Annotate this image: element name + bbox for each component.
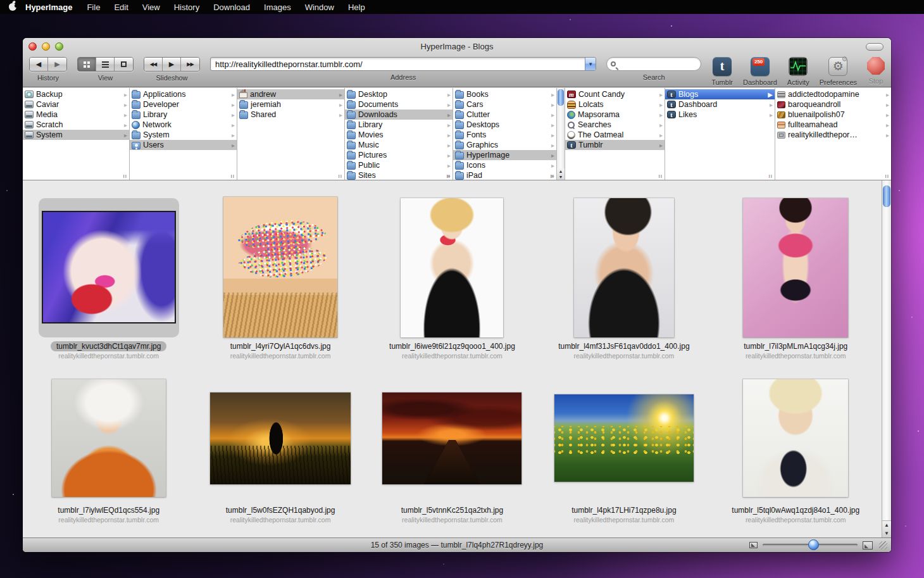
column-item-music[interactable]: Music▸ — [345, 140, 453, 150]
menu-file[interactable]: File — [80, 3, 107, 12]
column-item-jeremiah[interactable]: jeremiah▸ — [237, 99, 344, 110]
thumbnail-photo[interactable] — [382, 393, 521, 484]
image-cell[interactable]: tumblr_kvuct3dhCt1qav7mr.jpgrealitykille… — [23, 185, 194, 360]
column-item-hyperimage[interactable]: HyperImage▸ — [453, 150, 556, 160]
column-item-desktops[interactable]: Desktops▸ — [453, 120, 556, 130]
menu-window[interactable]: Window — [298, 3, 341, 12]
menu-edit[interactable]: Edit — [107, 3, 135, 12]
thumbnail-photo[interactable] — [52, 379, 166, 497]
dashboard-button[interactable]: 250 — [751, 57, 770, 76]
thumbnail-photo[interactable] — [401, 198, 503, 337]
thumbnail-photo[interactable] — [743, 198, 848, 337]
menu-images[interactable]: Images — [257, 3, 298, 12]
thumbnail-photo[interactable] — [574, 198, 674, 337]
column-resize-handle[interactable]: II — [885, 173, 889, 179]
column-item-public[interactable]: Public▸ — [345, 160, 453, 170]
column-item-developer[interactable]: Developer▸ — [130, 99, 237, 110]
tumblr-button[interactable]: t — [713, 57, 732, 76]
slideshow-next-button[interactable]: ▶▶ — [181, 58, 199, 71]
column-resize-handle[interactable]: II — [769, 173, 773, 179]
column-item-pictures[interactable]: Pictures▸ — [345, 150, 453, 160]
column-item-dashboard[interactable]: Dashboard▸ — [665, 99, 775, 110]
column-item-downloads[interactable]: Downloads▸ — [345, 110, 453, 120]
column-item-addictedtodopamine[interactable]: addictedtodopamine▸ — [775, 89, 891, 99]
title-bar[interactable]: HyperImage - Blogs — [23, 38, 891, 54]
column-item-andrew[interactable]: andrew▸ — [237, 89, 344, 99]
image-cell[interactable]: tumblr_l4mf31JsF61qav0ddo1_400.jpgrealit… — [538, 185, 709, 360]
image-cell[interactable]: tumblr_l5tql0wAwq1qzdj84o1_400.jpgrealit… — [710, 375, 882, 524]
column-item-mapsorama[interactable]: Mapsorama▸ — [565, 110, 665, 120]
image-cell[interactable]: tumblr_l4yri7OylA1qc6dvs.jpgrealitykille… — [194, 185, 366, 360]
column-item-books[interactable]: Books▸ — [453, 89, 556, 99]
address-dropdown-button[interactable]: ▼ — [585, 58, 596, 70]
menu-view[interactable]: View — [135, 3, 167, 12]
view-single-button[interactable] — [115, 58, 133, 71]
column-item-ipad[interactable]: iPad▸ — [453, 170, 556, 180]
image-cell[interactable]: tumblr_l6iwe9t6l21qz9qooo1_400.jpgrealit… — [366, 185, 538, 360]
column-item-system[interactable]: System▸ — [130, 130, 237, 140]
column-item-movies[interactable]: Movies▸ — [345, 130, 453, 140]
column-item-blogs[interactable]: Blogs▶ — [665, 89, 775, 99]
column-item-library[interactable]: Library▸ — [345, 120, 453, 130]
scrollbar-arrows[interactable]: ▲▼ — [557, 168, 565, 180]
search-input[interactable] — [616, 60, 701, 68]
thumbnail-size-slider[interactable] — [763, 544, 858, 546]
column-item-fullteamahead[interactable]: fullteamahead▸ — [775, 120, 891, 130]
menu-help[interactable]: Help — [341, 3, 372, 12]
image-cell[interactable]: tumblr_l5w0fsEZQH1qabyod.jpgrealitykille… — [194, 375, 366, 524]
scrollbar-thumb[interactable] — [883, 185, 890, 207]
grid-scrollbar[interactable]: ▲▼ — [882, 180, 891, 537]
view-grid-button[interactable] — [78, 58, 96, 71]
thumbnail-photo[interactable] — [223, 197, 337, 337]
menu-history[interactable]: History — [167, 3, 206, 12]
column-resize-handle[interactable]: II — [551, 173, 554, 179]
column-resize-handle[interactable]: II — [231, 173, 235, 179]
image-cell[interactable]: tumblr_l7il3pMLmA1qcg34j.jpgrealitykille… — [710, 185, 882, 360]
column-item-fonts[interactable]: Fonts▸ — [453, 130, 556, 140]
menu-app-name[interactable]: HyperImage — [25, 3, 72, 12]
thumbnail-photo[interactable] — [554, 394, 694, 482]
scrollbar-arrows[interactable]: ▲▼ — [882, 520, 891, 537]
address-input[interactable] — [211, 58, 585, 70]
toolbar-toggle-button[interactable] — [866, 43, 883, 51]
thumbnail-photo[interactable] — [210, 393, 351, 484]
stop-button[interactable] — [867, 57, 885, 75]
column-item-network[interactable]: Network▸ — [130, 120, 237, 130]
preferences-button[interactable]: ⚙ ⚙ — [828, 57, 847, 76]
column-item-library[interactable]: Library▸ — [130, 110, 237, 120]
slideshow-play-button[interactable]: ▶ — [163, 58, 181, 71]
column-item-icons[interactable]: Icons▸ — [453, 160, 556, 170]
thumbnail-photo[interactable] — [42, 211, 176, 324]
column-item-caviar[interactable]: Caviar▸ — [23, 99, 129, 110]
window-resize-grip[interactable] — [879, 541, 887, 550]
column-item-bluenailpolish07[interactable]: bluenailpolish07▸ — [775, 110, 891, 120]
history-back-button[interactable]: ◀ — [30, 58, 48, 71]
slideshow-previous-button[interactable]: ◀◀ — [144, 58, 163, 71]
thumbnail-photo[interactable] — [743, 379, 848, 497]
view-list-button[interactable] — [96, 58, 115, 71]
column-item-shared[interactable]: Shared▸ — [237, 110, 344, 120]
column-item-realitykilledthepor[interactable]: realitykilledthepor…▸ — [775, 130, 891, 140]
slider-knob[interactable] — [808, 539, 819, 550]
column-item-tumblr[interactable]: Tumblr▸ — [565, 140, 665, 150]
column-resize-handle[interactable]: II — [339, 173, 342, 179]
column-item-searches[interactable]: Searches▸ — [565, 120, 665, 130]
column-item-applications[interactable]: Applications▸ — [130, 89, 237, 99]
column-resize-handle[interactable]: II — [123, 173, 127, 179]
column-item-the-oatmeal[interactable]: The Oatmeal▸ — [565, 130, 665, 140]
column-scrollbar[interactable]: ▲▼ — [557, 88, 565, 180]
column-item-scratch[interactable]: Scratch▸ — [23, 120, 129, 130]
column-item-lolcats[interactable]: Lolcats▸ — [565, 99, 665, 110]
image-cell[interactable]: tumblr_l7iylwlEQd1qcs554.jpgrealitykille… — [23, 375, 194, 524]
column-item-sites[interactable]: Sites▸ — [345, 170, 453, 180]
history-forward-button[interactable]: ▶ — [48, 58, 66, 71]
apple-menu-icon[interactable] — [9, 3, 16, 11]
image-cell[interactable]: tumblr_l5vtnnKc251qa2txh.jpgrealitykille… — [366, 375, 538, 524]
column-item-likes[interactable]: Likes▸ — [665, 110, 775, 120]
column-item-users[interactable]: Users▸ — [130, 140, 237, 150]
scrollbar-thumb[interactable] — [558, 89, 564, 106]
column-item-cars[interactable]: Cars▸ — [453, 99, 556, 110]
menu-download[interactable]: Download — [206, 3, 257, 12]
column-item-system[interactable]: System▸ — [23, 130, 129, 140]
column-item-backup[interactable]: Backup▸ — [23, 89, 129, 99]
